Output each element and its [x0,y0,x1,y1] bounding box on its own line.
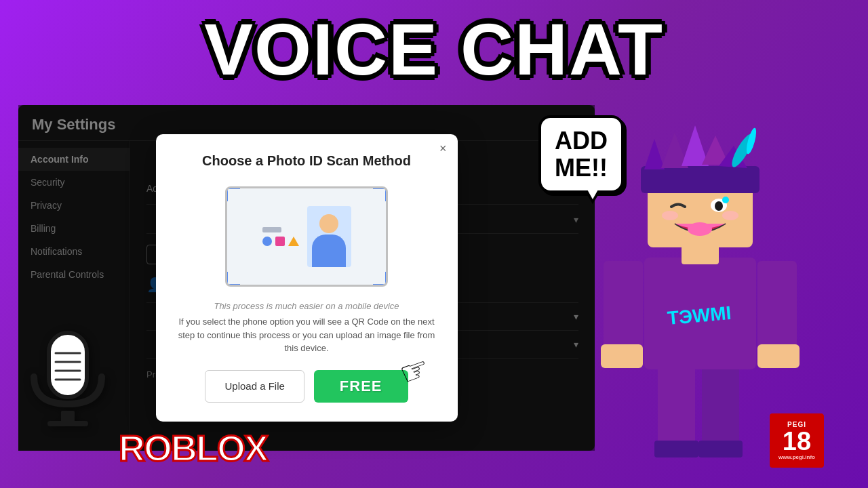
pegi-badge: PEGI 18 www.pegi.info [770,413,824,468]
svg-rect-11 [698,441,743,458]
modal-subtitle: This process is much easier on a mobile … [178,301,436,311]
corner-tl [225,186,240,201]
roblox-text: ROBLOX [119,428,267,468]
upload-file-button[interactable]: Upload a File [205,370,304,403]
shape-row-2 [262,237,299,246]
modal-description: If you select the phone option you will … [178,315,436,355]
shapes-area [262,227,299,246]
svg-rect-17 [757,344,800,368]
svg-rect-8 [658,359,695,454]
corner-bl [225,272,240,287]
modal-buttons: Upload a File FREE [178,370,436,403]
person-avatar [307,206,351,267]
avatar-body [312,235,346,267]
pegi-number: 18 [783,428,811,454]
free-button[interactable]: FREE [314,370,408,403]
svg-rect-1 [47,421,88,426]
svg-point-32 [722,211,738,220]
id-card-inner [256,199,358,274]
corner-tr [373,186,388,201]
svg-point-31 [662,211,678,220]
speech-line-1: ADD [555,127,608,155]
svg-rect-23 [641,166,760,193]
svg-rect-10 [654,441,698,458]
svg-rect-14 [604,261,643,349]
svg-rect-15 [757,261,797,349]
modal-close-button[interactable]: × [439,142,447,155]
shape-square [275,237,285,246]
svg-rect-2 [49,333,87,397]
shape-triangle [288,237,299,246]
svg-point-33 [722,197,729,203]
shape-row-1 [262,227,299,232]
svg-rect-16 [601,344,643,368]
avatar-head [319,214,338,233]
shape-rect [262,227,281,232]
voice-chat-title: VOICE CHAT [204,8,664,90]
modal-title: Choose a Photo ID Scan Method [178,153,436,169]
svg-rect-9 [702,359,739,454]
speech-bubble: ADD ME!! [538,115,624,193]
scan-illustration [218,184,395,289]
title-banner: VOICE CHAT [204,7,664,92]
microphone-icon [20,323,115,434]
svg-point-22 [688,222,712,236]
roblox-logo: ROBLOX [119,427,267,469]
corner-br [373,272,388,287]
scan-frame [225,186,388,287]
pegi-url: www.pegi.info [778,454,815,460]
svg-point-21 [715,201,723,211]
shape-circle [262,237,272,246]
svg-marker-24 [644,139,665,169]
speech-line-2: ME!! [555,155,608,182]
